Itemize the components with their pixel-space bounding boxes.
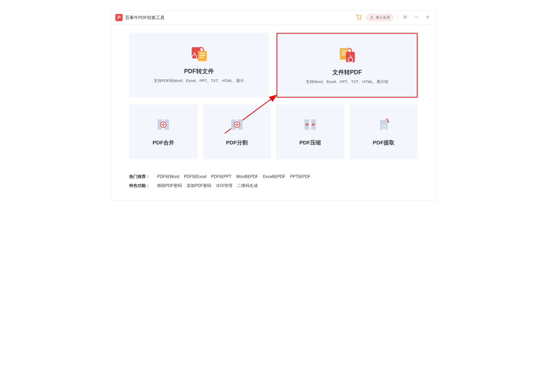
close-button[interactable] bbox=[424, 14, 432, 21]
pdf-merge-title: PDF合并 bbox=[132, 139, 195, 146]
svg-rect-35 bbox=[380, 120, 388, 130]
hot-link[interactable]: Excel转PDF bbox=[263, 172, 285, 181]
join-member-button[interactable]: 加入会员 bbox=[366, 14, 394, 21]
pdf-compress-card[interactable]: PDF压缩 bbox=[276, 104, 344, 159]
pdf-to-file-title: PDF转文件 bbox=[134, 67, 263, 75]
pdf-compress-title: PDF压缩 bbox=[279, 139, 342, 146]
hot-label: 热门推荐： bbox=[129, 172, 150, 181]
pdf-split-title: PDF分割 bbox=[205, 139, 269, 146]
file-to-pdf-icon bbox=[337, 47, 357, 63]
user-icon bbox=[369, 15, 374, 20]
pdf-extract-title: PDF提取 bbox=[352, 139, 415, 146]
footer-hot-row: 热门推荐： PDF转Word PDF转Excel PDF转PPT Word转PD… bbox=[129, 172, 418, 181]
minimize-button[interactable] bbox=[413, 14, 420, 21]
app-logo-icon: P bbox=[115, 14, 123, 21]
feature-link[interactable]: 水印管理 bbox=[216, 181, 232, 190]
pdf-to-file-subtitle: 支持PDF转Word、Excel、PPT、TXT、HTML、图片 bbox=[134, 78, 263, 83]
titlebar-right: 加入会员 bbox=[356, 14, 432, 21]
pdf-to-file-icon bbox=[189, 46, 209, 62]
pdf-compress-icon bbox=[303, 117, 317, 132]
svg-point-0 bbox=[358, 19, 358, 20]
menu-icon[interactable] bbox=[401, 14, 409, 21]
file-to-pdf-card[interactable]: 文件转PDF 支持Word、Excel、PPT、TXT、HTML、图片转 bbox=[276, 33, 418, 98]
top-card-row: PDF转文件 支持PDF转Word、Excel、PPT、TXT、HTML、图片 bbox=[129, 33, 418, 98]
pdf-split-icon bbox=[230, 117, 244, 132]
svg-rect-20 bbox=[346, 52, 355, 62]
hot-link[interactable]: PDF转Excel bbox=[184, 172, 206, 181]
hot-link[interactable]: PDF转PPT bbox=[211, 172, 231, 181]
file-to-pdf-subtitle: 支持Word、Excel、PPT、TXT、HTML、图片转 bbox=[283, 79, 412, 84]
pdf-to-file-card[interactable]: PDF转文件 支持PDF转Word、Excel、PPT、TXT、HTML、图片 bbox=[129, 33, 269, 98]
hot-link[interactable]: PDF转Word bbox=[157, 172, 179, 181]
footer-feature-row: 特色功能： 移除PDF密码 添加PDF密码 水印管理 二维码生成 bbox=[129, 181, 418, 190]
pdf-extract-icon bbox=[376, 117, 391, 132]
pdf-split-card[interactable]: PDF分割 bbox=[203, 104, 271, 159]
app-title: 百事牛PDF转换工具 bbox=[125, 15, 165, 21]
feature-link[interactable]: 添加PDF密码 bbox=[187, 181, 211, 190]
feature-label: 特色功能： bbox=[129, 181, 150, 190]
titlebar-left: P 百事牛PDF转换工具 bbox=[115, 14, 165, 21]
hot-link[interactable]: Word转PDF bbox=[236, 172, 258, 181]
svg-point-2 bbox=[371, 16, 373, 18]
divider bbox=[397, 15, 398, 20]
hot-link[interactable]: PPT转PDF bbox=[290, 172, 310, 181]
svg-rect-11 bbox=[198, 51, 207, 61]
feature-link[interactable]: 二维码生成 bbox=[237, 181, 258, 190]
footer-links: 热门推荐： PDF转Word PDF转Excel PDF转PPT Word转PD… bbox=[129, 172, 418, 190]
svg-point-1 bbox=[360, 19, 361, 20]
pdf-merge-card[interactable]: PDF合并 bbox=[129, 104, 198, 159]
cart-icon[interactable] bbox=[356, 14, 362, 21]
member-label: 加入会员 bbox=[376, 15, 390, 20]
app-window: P 百事牛PDF转换工具 加入会员 bbox=[111, 10, 436, 201]
file-to-pdf-title: 文件转PDF bbox=[283, 68, 412, 76]
pdf-extract-card[interactable]: PDF提取 bbox=[350, 104, 418, 159]
bottom-card-row: PDF合并 PDF分割 bbox=[129, 104, 418, 159]
feature-link[interactable]: 移除PDF密码 bbox=[157, 181, 182, 190]
titlebar: P 百事牛PDF转换工具 加入会员 bbox=[111, 11, 436, 25]
pdf-merge-icon bbox=[156, 117, 171, 132]
content-area: PDF转文件 支持PDF转Word、Excel、PPT、TXT、HTML、图片 bbox=[111, 25, 436, 200]
